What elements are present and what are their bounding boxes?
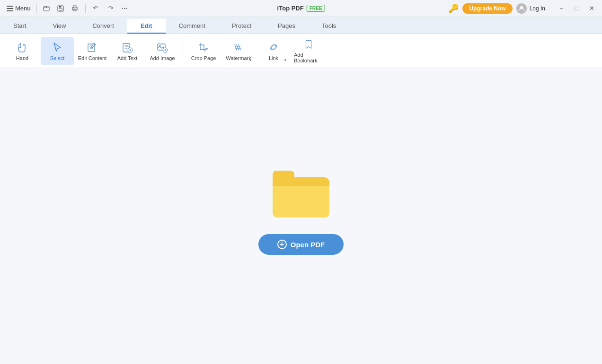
toolbar: Hand Select Edit Content Add Text: [0, 34, 602, 68]
hand-label: Hand: [16, 55, 28, 61]
free-badge: FREE: [307, 5, 325, 12]
center-content: + Open PDF: [258, 177, 344, 255]
tab-convert[interactable]: Convert: [79, 19, 127, 34]
save-icon[interactable]: [54, 2, 67, 15]
image-icon: [156, 41, 168, 53]
svg-rect-2: [59, 6, 61, 8]
titlebar-file-icons: [40, 2, 131, 15]
hand-tool-button[interactable]: Hand: [6, 37, 39, 65]
crop-page-button[interactable]: Crop Page: [187, 37, 220, 65]
tab-view[interactable]: View: [39, 19, 79, 34]
svg-rect-0: [44, 7, 49, 11]
svg-rect-11: [88, 44, 95, 52]
open-pdf-label: Open PDF: [291, 241, 325, 249]
watermark-label: Watermark: [226, 55, 251, 61]
crop-page-label: Crop Page: [191, 55, 216, 61]
add-image-label: Add Image: [150, 55, 175, 61]
app-title: iTop PDF FREE: [277, 5, 325, 12]
folder-icon: [273, 177, 329, 223]
hand-icon: [16, 41, 28, 53]
upgrade-button[interactable]: Upgrade Now: [462, 3, 512, 14]
minimize-button[interactable]: −: [555, 2, 568, 15]
add-bookmark-button[interactable]: Add Bookmark: [292, 37, 325, 65]
add-image-button[interactable]: Add Image: [146, 37, 179, 65]
edit-content-button[interactable]: Edit Content: [76, 37, 109, 65]
text-icon: [121, 41, 133, 53]
link-icon: [267, 41, 280, 53]
tabbar: Start View Convert Edit Comment Protect …: [0, 17, 602, 34]
tab-comment[interactable]: Comment: [166, 19, 219, 34]
login-label: Log In: [530, 5, 545, 12]
watermark-button[interactable]: Watermark ▼: [222, 37, 255, 65]
menu-label: Menu: [15, 5, 31, 12]
main-content: + Open PDF: [0, 68, 602, 364]
titlebar: Menu iTop PDF FREE 🔑 Upgrade Now: [0, 0, 602, 17]
svg-rect-5: [73, 6, 76, 8]
watermark-arrow: ▼: [248, 58, 252, 62]
key-icon: 🔑: [448, 3, 459, 14]
user-avatar: [516, 3, 527, 14]
divider2: [85, 4, 86, 13]
edit-icon: [86, 41, 98, 53]
open-file-icon[interactable]: [40, 2, 53, 15]
login-area[interactable]: Log In: [516, 3, 545, 14]
svg-rect-3: [59, 9, 62, 10]
crop-icon: [197, 41, 210, 53]
undo-icon[interactable]: [89, 2, 103, 15]
tab-edit[interactable]: Edit: [127, 19, 166, 34]
toolbar-separator: [183, 40, 183, 62]
more-icon[interactable]: [118, 2, 131, 15]
open-pdf-button[interactable]: + Open PDF: [258, 234, 344, 255]
cursor-icon: [51, 41, 63, 53]
print-icon[interactable]: [68, 2, 81, 15]
close-button[interactable]: ✕: [585, 2, 598, 15]
svg-point-8: [124, 8, 124, 9]
edit-content-label: Edit Content: [78, 55, 107, 61]
redo-icon[interactable]: [104, 2, 117, 15]
select-tool-button[interactable]: Select: [41, 37, 74, 65]
add-bookmark-label: Add Bookmark: [294, 52, 323, 63]
link-arrow: ▼: [283, 58, 287, 62]
select-label: Select: [50, 55, 65, 61]
window-controls: − □ ✕: [555, 2, 598, 15]
watermark-icon: [232, 41, 245, 53]
tab-tools[interactable]: Tools: [309, 19, 349, 34]
menu-icon: [7, 6, 13, 11]
link-button[interactable]: Link ▼: [257, 37, 290, 65]
add-text-label: Add Text: [117, 55, 138, 61]
tab-start[interactable]: Start: [0, 19, 39, 34]
svg-point-9: [126, 8, 127, 9]
folder-front: [273, 186, 329, 217]
add-text-button[interactable]: Add Text: [111, 37, 144, 65]
divider: [36, 4, 37, 13]
menu-button[interactable]: Menu: [4, 3, 34, 14]
titlebar-right: 🔑 Upgrade Now Log In − □ ✕: [448, 2, 598, 15]
bookmark-icon: [302, 39, 315, 50]
link-label: Link: [269, 55, 278, 61]
maximize-button[interactable]: □: [570, 2, 583, 15]
plus-icon: +: [277, 240, 287, 249]
tab-protect[interactable]: Protect: [219, 19, 265, 34]
svg-point-7: [122, 8, 123, 9]
tab-pages[interactable]: Pages: [265, 19, 309, 34]
